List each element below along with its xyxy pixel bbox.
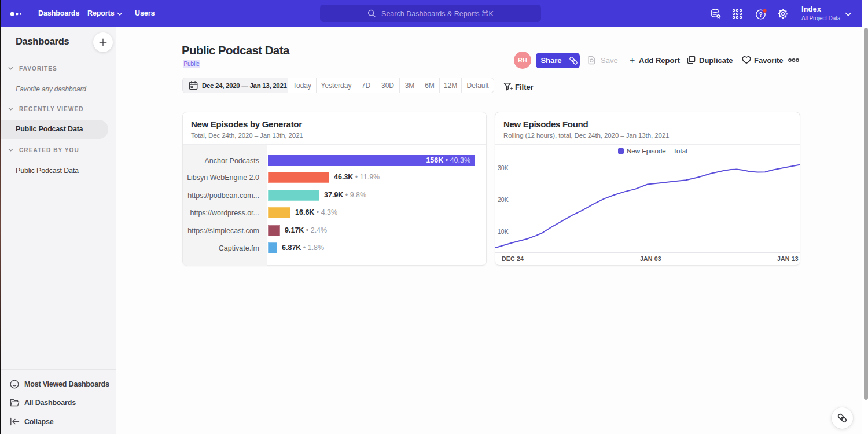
svg-text:?: ? (759, 11, 762, 18)
